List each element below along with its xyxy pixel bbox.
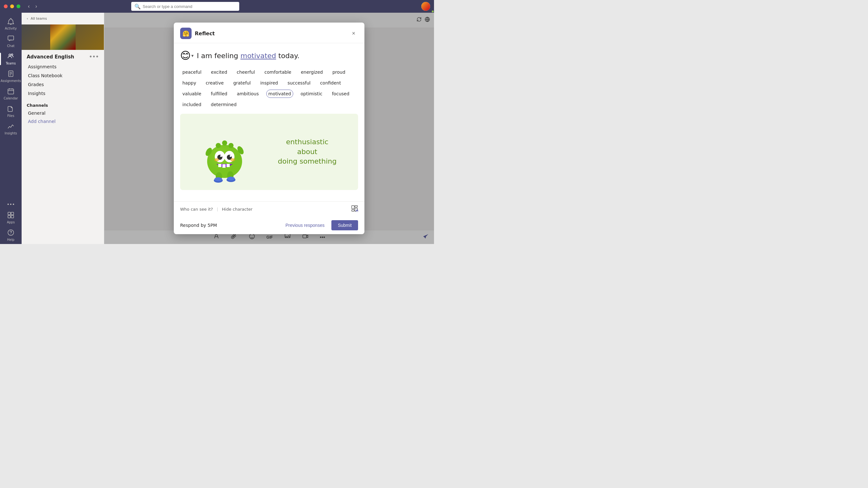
svg-point-35 [214, 158, 219, 161]
modal-title: Reflect [195, 30, 215, 36]
sidebar-item-insights[interactable]: Insights [0, 120, 22, 138]
description-line1: enthusiastic about [286, 138, 328, 156]
emotion-excited[interactable]: excited [209, 68, 229, 76]
emotion-creative[interactable]: creative [204, 79, 226, 87]
feeling-suffix: today. [276, 52, 299, 60]
feeling-prefix: I am feeling [197, 52, 240, 60]
calendar-icon [7, 88, 14, 96]
left-rail: Activity Chat Teams [0, 13, 22, 244]
sidebar-item-files[interactable]: Files [0, 102, 22, 120]
svg-point-27 [220, 155, 222, 157]
help-label: Help [7, 238, 14, 241]
apps-icon [7, 212, 14, 219]
sidebar-item-help[interactable]: Help [0, 226, 22, 244]
emotion-confident[interactable]: confident [318, 79, 343, 87]
team-hero [22, 25, 104, 50]
emotion-valuable[interactable]: valuable [180, 90, 204, 98]
submit-button[interactable]: Submit [331, 220, 358, 230]
minimize-button[interactable] [10, 4, 14, 8]
modal-close-button[interactable]: × [349, 29, 358, 38]
maximize-button[interactable] [17, 4, 20, 8]
svg-rect-4 [8, 89, 14, 94]
assignments-icon [7, 70, 14, 78]
nav-class-notebook[interactable]: Class Notebook [22, 71, 104, 80]
emotion-happy[interactable]: happy [180, 79, 198, 87]
help-icon [7, 229, 14, 237]
sidebar-item-calendar[interactable]: Calendar [0, 85, 22, 102]
emotion-fulfilled[interactable]: fulfilled [209, 90, 230, 98]
modal-footer-actions: Respond by 5PM Previous responses Submit [174, 216, 365, 234]
channel-general[interactable]: General [22, 109, 104, 117]
teams-label: Teams [6, 62, 16, 65]
emotion-motivated[interactable]: motivated [266, 90, 293, 98]
back-arrow-icon: ‹ [27, 17, 28, 21]
search-input[interactable] [143, 4, 236, 9]
nav-insights[interactable]: Insights [22, 89, 104, 98]
who-can-see-label: Who can see it? [180, 207, 213, 212]
svg-point-28 [230, 155, 231, 157]
emotion-successful[interactable]: successful [285, 79, 313, 87]
respond-by-label: Respond by 5PM [180, 223, 217, 228]
feeling-word: motivated [241, 52, 276, 60]
team-name-label: Advanced English [27, 54, 74, 60]
app-body: Activity Chat Teams [0, 13, 434, 244]
hide-character-button[interactable]: Hide character [222, 207, 253, 212]
svg-rect-7 [8, 215, 10, 218]
svg-rect-31 [226, 164, 230, 167]
reflect-modal: 🤗 Reflect × 😊 ▾ I am feeling motivat [174, 23, 365, 234]
sidebar-item-teams[interactable]: Teams [0, 50, 22, 68]
emotion-proud[interactable]: proud [330, 68, 348, 76]
nav-grades[interactable]: Grades [22, 80, 104, 89]
insights-icon [7, 123, 14, 130]
svg-point-20 [214, 177, 222, 181]
emotion-grateful[interactable]: grateful [231, 79, 253, 87]
sidebar-item-activity[interactable]: Activity [0, 15, 22, 33]
activity-label: Activity [5, 27, 17, 30]
emotion-optimistic[interactable]: optimistic [298, 90, 325, 98]
emotion-energized[interactable]: energized [299, 68, 325, 76]
emotion-peaceful[interactable]: peaceful [180, 68, 204, 76]
sidebar-item-more[interactable]: ••• [0, 200, 22, 209]
modal-overlay: 🤗 Reflect × 😊 ▾ I am feeling motivat [104, 13, 434, 244]
feeling-emoji: 😊 [180, 50, 191, 62]
emotion-inspired[interactable]: inspired [258, 79, 280, 87]
apps-label: Apps [7, 220, 15, 224]
emotion-focused[interactable]: focused [330, 90, 352, 98]
emotion-included[interactable]: included [180, 100, 204, 109]
avatar[interactable] [421, 2, 430, 11]
accessibility-icon[interactable]: ▶ [351, 205, 358, 213]
modal-footer-info: Who can see it? | Hide character ▶ [174, 202, 365, 216]
nav-assignments[interactable]: Assignments [22, 62, 104, 71]
sidebar: ‹ All teams Advanced English ••• Assignm… [22, 13, 104, 244]
back-button[interactable]: ‹ [26, 3, 31, 10]
footer-separator: | [217, 207, 218, 212]
forward-button[interactable]: › [33, 3, 39, 10]
svg-point-34 [228, 143, 234, 148]
teams-icon [7, 53, 14, 61]
emoji-picker-button[interactable]: 😊 ▾ [180, 50, 193, 62]
titlebar: ‹ › 🔍 [0, 0, 434, 13]
svg-point-1 [9, 54, 11, 56]
previous-responses-button[interactable]: Previous responses [281, 220, 328, 230]
sidebar-item-assignments[interactable]: Assignments [0, 68, 22, 85]
emotion-cheerful[interactable]: cheerful [235, 68, 257, 76]
sidebar-item-chat[interactable]: Chat [0, 33, 22, 50]
emotion-ambitious[interactable]: ambitious [235, 90, 261, 98]
emotion-determined[interactable]: determined [209, 100, 239, 109]
footer-buttons: Previous responses Submit [281, 220, 358, 230]
back-to-teams[interactable]: ‹ All teams [22, 13, 104, 25]
svg-rect-37 [352, 206, 354, 209]
emotion-comfortable[interactable]: comfortable [262, 68, 293, 76]
description-line2: doing something [278, 157, 337, 165]
svg-rect-6 [11, 212, 14, 215]
feeling-text: I am feeling motivated today. [197, 52, 299, 60]
team-menu-button[interactable]: ••• [89, 54, 99, 60]
sidebar-item-apps[interactable]: Apps [0, 209, 22, 226]
avatar-image [421, 2, 430, 11]
close-button[interactable] [4, 4, 8, 8]
add-channel-button[interactable]: Add channel [22, 117, 104, 125]
back-teams-label: All teams [31, 17, 47, 21]
calendar-label: Calendar [4, 97, 18, 100]
emoji-chevron-icon: ▾ [191, 53, 193, 58]
search-bar[interactable]: 🔍 [131, 2, 239, 11]
